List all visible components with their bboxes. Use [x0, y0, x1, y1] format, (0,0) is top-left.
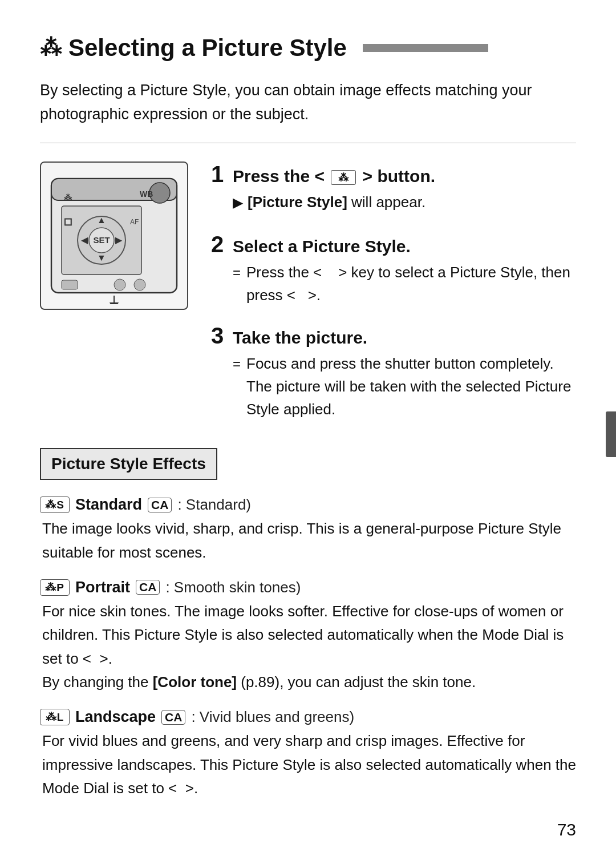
step-3-header: 3 Take the picture.	[211, 323, 576, 349]
effect-portrait-header: ⁂P Portrait CA : Smooth skin tones)	[40, 579, 576, 596]
step-2-body: = Press the < > key to select a Picture …	[211, 261, 576, 307]
page-title-section: ⁂ Selecting a Picture Style	[40, 34, 576, 62]
landscape-sublabel: : Vivid blues and greens)	[191, 708, 354, 726]
step-2-description: Press the < > key to select a Picture St…	[246, 261, 576, 307]
svg-text:WB: WB	[140, 189, 153, 199]
title-bar-decoration	[363, 44, 488, 52]
step-3: 3 Take the picture. = Focus and press th…	[211, 323, 576, 421]
arrow-bullet-icon: ▶	[233, 192, 243, 213]
standard-sublabel: : Standard)	[177, 496, 251, 514]
step-1: 1 Press the < ⁂ > button. ▶ [Picture Sty…	[211, 162, 576, 216]
svg-point-15	[114, 279, 125, 290]
standard-label: Standard	[75, 496, 142, 514]
picture-style-button-icon: ⁂	[331, 170, 356, 185]
landscape-label: Landscape	[75, 708, 156, 726]
effect-landscape: ⁂L Landscape CA : Vivid blues and greens…	[40, 708, 576, 801]
eq-bullet-icon-2: =	[233, 262, 241, 283]
step-2-number: 2	[211, 232, 227, 257]
step-1-header: 1 Press the < ⁂ > button.	[211, 162, 576, 187]
page-number: 73	[557, 820, 576, 839]
eq-bullet-icon-3: =	[233, 353, 241, 374]
effects-title: Picture Style Effects	[51, 455, 206, 473]
step-1-title: Press the < ⁂ > button.	[233, 167, 435, 186]
step-1-body: ▶ [Picture Style] will appear.	[211, 191, 576, 216]
step-3-number: 3	[211, 323, 227, 349]
svg-text:🔲: 🔲	[64, 217, 72, 226]
landscape-icon: ⁂L	[40, 709, 70, 725]
steps-section: WB SET ▲ ▼ ◀ ▶ 🔲 AF ⁂	[40, 162, 576, 421]
effect-landscape-header: ⁂L Landscape CA : Vivid blues and greens…	[40, 708, 576, 726]
step-3-title: Take the picture.	[233, 328, 367, 348]
step-2-title: Select a Picture Style.	[233, 237, 411, 256]
portrait-sublabel: : Smooth skin tones)	[165, 579, 301, 596]
svg-text:▲: ▲	[97, 215, 106, 225]
sidebar-tab	[606, 411, 616, 457]
svg-point-16	[134, 279, 145, 290]
step-2-header: 2 Select a Picture Style.	[211, 232, 576, 257]
portrait-icon: ⁂P	[40, 579, 70, 596]
svg-text:◀: ◀	[81, 235, 88, 245]
portrait-ca-box: CA	[136, 580, 160, 595]
svg-rect-14	[62, 280, 78, 289]
section-divider	[40, 143, 576, 143]
effect-standard-header: ⁂S Standard CA : Standard)	[40, 496, 576, 514]
step-3-description: Focus and press the shutter button compl…	[246, 352, 576, 421]
step-3-body: = Focus and press the shutter button com…	[211, 352, 576, 421]
picture-style-icon: ⁂	[40, 35, 62, 60]
camera-svg: WB SET ▲ ▼ ◀ ▶ 🔲 AF ⁂	[46, 167, 183, 304]
effects-title-box: Picture Style Effects	[40, 448, 217, 480]
step-1-description: [Picture Style] will appear.	[248, 191, 425, 213]
svg-text:SET: SET	[93, 235, 110, 245]
landscape-body: For vivid blues and greens, and very sha…	[40, 729, 576, 801]
camera-diagram: WB SET ▲ ▼ ◀ ▶ 🔲 AF ⁂	[40, 162, 188, 310]
standard-ca-box: CA	[148, 498, 172, 512]
landscape-ca-box: CA	[161, 710, 185, 725]
portrait-body: For nice skin tones. The image looks sof…	[40, 600, 576, 695]
effect-portrait: ⁂P Portrait CA : Smooth skin tones) For …	[40, 579, 576, 695]
page-title: Selecting a Picture Style	[68, 34, 347, 62]
svg-text:▶: ▶	[115, 235, 123, 245]
standard-body: The image looks vivid, sharp, and crisp.…	[40, 517, 576, 564]
svg-text:▼: ▼	[97, 253, 106, 263]
intro-paragraph: By selecting a Picture Style, you can ob…	[40, 79, 576, 127]
standard-icon: ⁂S	[40, 496, 70, 513]
svg-text:⁂: ⁂	[64, 193, 72, 202]
portrait-label: Portrait	[75, 579, 130, 596]
step-1-number: 1	[211, 162, 227, 187]
steps-list: 1 Press the < ⁂ > button. ▶ [Picture Sty…	[211, 162, 576, 421]
svg-text:AF: AF	[130, 218, 139, 226]
step-2: 2 Select a Picture Style. = Press the < …	[211, 232, 576, 307]
effect-standard: ⁂S Standard CA : Standard) The image loo…	[40, 496, 576, 564]
